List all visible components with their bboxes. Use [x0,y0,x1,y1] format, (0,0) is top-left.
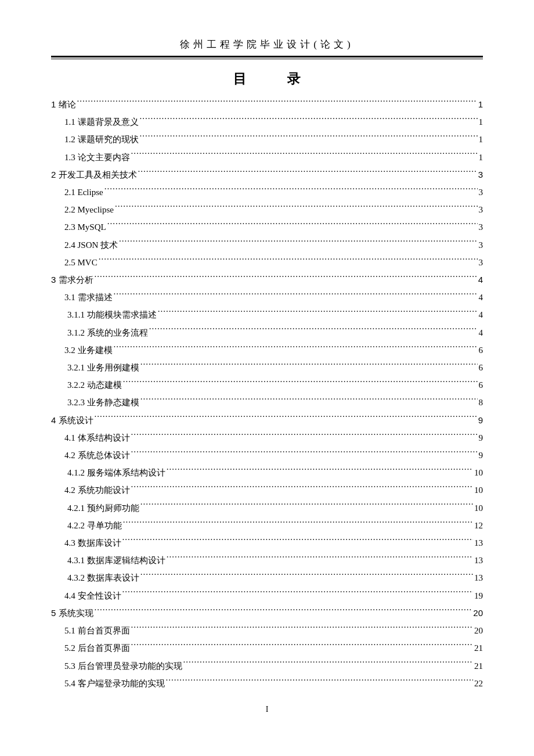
toc-entry: 4.1 体系结构设计9 [51,429,483,447]
toc-entry: 4.2 系统功能设计10 [51,481,483,499]
toc-entry: 1 绪论1 [51,96,483,113]
toc-title-char2: 录 [287,71,301,86]
toc-entry-label: 4.2.1 预约厨师功能 [67,499,139,517]
toc-entry-label: 3.2.2 动态建模 [67,376,122,394]
toc-entry-page: 6 [479,341,484,359]
toc-entry: 2.3 MySQL3 [51,218,483,236]
toc-entry: 4.3.1 数据库逻辑结构设计13 [51,552,483,569]
toc-dot-leader [114,291,478,300]
toc-entry-label: 2.3 MySQL [64,218,106,236]
toc-entry-page: 3 [479,236,484,254]
toc-entry-page: 10 [474,481,483,499]
toc-entry: 4.4 安全性设计19 [51,587,483,604]
toc-entry: 3.1 需求描述4 [51,289,483,306]
toc-entry-label: 1 绪论 [51,96,76,113]
toc-dot-leader [95,415,477,423]
toc-entry-page: 20 [473,604,483,622]
toc-entry-page: 13 [474,569,483,586]
toc-entry: 4.2.1 预约厨师功能10 [51,499,483,517]
toc-entry-label: 4 系统设计 [51,412,93,429]
toc-entry: 2.4 JSON 技术3 [51,236,483,254]
toc-entry: 5 系统实现20 [51,604,483,622]
toc-title: 目录 [51,70,483,88]
toc-dot-leader [183,660,474,669]
toc-entry-label: 3.2 业务建模 [64,341,113,359]
toc-entry-label: 4.3.1 数据库逻辑结构设计 [67,552,165,569]
toc-entry: 4.2 系统总体设计9 [51,447,483,464]
toc-entry-page: 8 [479,394,484,411]
toc-dot-leader [140,134,478,142]
toc-dot-leader [131,432,478,441]
toc-entry-page: 3 [478,166,483,183]
toc-entry-label: 2 开发工具及相关技术 [51,166,137,183]
toc-entry-label: 5.4 客户端登录功能的实现 [64,675,165,692]
toc-entry-page: 1 [479,149,484,166]
toc-entry-page: 3 [479,183,484,201]
toc-entry-page: 6 [479,359,484,376]
toc-entry: 4 系统设计9 [51,412,483,429]
toc-entry-label: 2.2 Myeclipse [64,201,114,218]
toc-dot-leader [95,607,472,616]
toc-entry-label: 4.4 安全性设计 [64,587,121,604]
toc-entry-page: 4 [479,306,484,323]
toc-title-char1: 目 [233,71,247,86]
toc-dot-leader [131,449,478,458]
toc-entry-label: 2.4 JSON 技术 [64,236,118,254]
toc-dot-leader [77,99,477,107]
toc-dot-leader [122,537,474,546]
toc-entry-page: 10 [474,464,483,481]
toc-dot-leader [140,362,478,370]
toc-dot-leader [119,239,477,248]
toc-entry-page: 6 [479,376,484,394]
toc-entry-label: 4.2 系统功能设计 [64,481,130,499]
toc-dot-leader [131,625,474,633]
toc-entry-label: 4.3 数据库设计 [64,534,121,552]
toc-entry: 3.2.1 业务用例建模6 [51,359,483,376]
toc-entry-page: 12 [474,517,483,534]
toc-entry: 1.1 课题背景及意义1 [51,113,483,131]
toc-entry-page: 13 [474,534,483,552]
document-page: 徐州工程学院毕业设计(论文) 目录 1 绪论11.1 课题背景及意义11.2 课… [0,0,534,721]
toc-entry-page: 19 [474,587,483,604]
toc-entry-page: 9 [479,447,484,464]
toc-dot-leader [131,484,474,493]
toc-dot-leader [149,327,478,336]
toc-entry-page: 13 [474,552,483,569]
toc-entry-label: 5 系统实现 [51,604,93,622]
toc-entry-label: 3.2.3 业务静态建模 [67,394,139,411]
toc-dot-leader [167,467,473,476]
toc-entry-label: 3.1.1 功能模块需求描述 [67,306,157,323]
toc-entry-label: 1.1 课题背景及意义 [64,113,139,131]
toc-entry: 3.1.1 功能模块需求描述4 [51,306,483,323]
toc-entry: 2.1 Eclipse3 [51,183,483,201]
toc-entry-page: 21 [474,657,483,675]
header-divider [51,56,483,59]
toc-entry-label: 2.1 Eclipse [64,183,103,201]
footer-page-number: I [0,705,534,714]
toc-dot-leader [158,309,478,318]
toc-dot-leader [140,502,473,511]
toc-entry-page: 4 [479,324,484,341]
toc-dot-leader [114,344,478,353]
toc-entry-label: 3.2.1 业务用例建模 [67,359,139,376]
toc-dot-leader [95,274,477,283]
toc-entry: 1.2 课题研究的现状1 [51,131,483,148]
toc-entry: 2 开发工具及相关技术3 [51,166,483,183]
toc-dot-leader [166,678,474,686]
toc-entry-label: 4.3.2 数据库表设计 [67,569,139,586]
toc-entry-page: 1 [478,96,483,113]
toc-entry-label: 3 需求分析 [51,271,93,289]
toc-entry: 2.5 MVC3 [51,254,483,271]
toc-entry-label: 2.5 MVC [64,254,98,271]
toc-entry-page: 9 [479,429,484,447]
toc-entry-label: 5.1 前台首页界面 [64,622,130,639]
toc-entry-page: 22 [474,675,483,692]
toc-dot-leader [122,590,474,599]
toc-entry: 3 需求分析4 [51,271,483,289]
toc-entry-page: 4 [478,271,483,289]
header-institution: 徐州工程学院毕业设计(论文) [51,38,483,51]
toc-dot-leader [140,397,478,405]
toc-entry-label: 5.2 后台首页界面 [64,639,130,657]
toc-entry: 4.3.2 数据库表设计13 [51,569,483,586]
toc-entry-page: 4 [479,289,484,306]
